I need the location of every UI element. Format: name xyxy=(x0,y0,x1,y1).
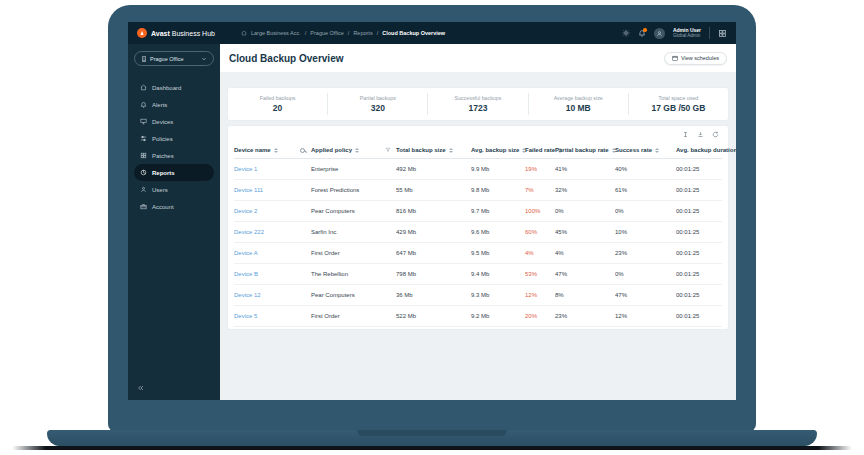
monitor-icon xyxy=(140,118,147,125)
sidebar-item-label: Users xyxy=(152,187,168,193)
view-schedules-button[interactable]: View schedules xyxy=(664,52,727,65)
sidebar-item-devices[interactable]: Devices xyxy=(134,113,214,130)
search-icon[interactable] xyxy=(300,148,311,153)
failed-rate-cell: 100% xyxy=(525,208,555,214)
breadcrumb-item[interactable]: Prague Office xyxy=(310,30,344,36)
table-row: Device 12 Pear Computers 36 Mb 9.3 Mb 12… xyxy=(234,285,722,306)
briefcase-icon xyxy=(140,203,147,210)
column-header-avg-backup-size[interactable]: Avg. backup size xyxy=(471,147,525,153)
apps-grid-icon[interactable] xyxy=(718,29,727,38)
stat-label: Successful backups xyxy=(428,95,527,101)
column-header-partial-backup-rate[interactable]: Partial backup rate xyxy=(555,147,615,153)
stat-failed-backups: Failed backups 20 xyxy=(228,93,327,116)
laptop-shadow xyxy=(12,446,852,450)
applied-policy-cell: Enterprise xyxy=(311,166,396,172)
column-header-total-backup-size[interactable]: Total backup size xyxy=(396,147,471,153)
sidebar-item-dashboard[interactable]: Dashboard xyxy=(134,79,214,96)
partial-backup-rate-cell: 23% xyxy=(555,313,615,319)
laptop-base-notch xyxy=(357,430,507,436)
partial-backup-rate-cell: 45% xyxy=(555,229,615,235)
main-content: Cloud Backup Overview View schedules Fai… xyxy=(220,44,736,400)
sidebar-item-users[interactable]: Users xyxy=(134,181,214,198)
total-backup-size-cell: 647 Mb xyxy=(396,250,471,256)
device-name-link[interactable]: Device 222 xyxy=(234,229,311,235)
avg-backup-duration-cell: 00:01:25 xyxy=(676,208,722,214)
success-rate-cell: 0% xyxy=(615,271,676,277)
device-name-link[interactable]: Device 111 xyxy=(234,187,311,193)
stat-value: 320 xyxy=(328,103,427,113)
download-icon[interactable] xyxy=(697,131,704,138)
failed-rate-cell: 20% xyxy=(525,313,555,319)
calendar-icon xyxy=(672,55,678,61)
partial-backup-rate-cell: 47% xyxy=(555,271,615,277)
partial-backup-rate-cell: 8% xyxy=(555,292,615,298)
table-density-icon[interactable] xyxy=(682,131,689,138)
person-icon xyxy=(140,186,147,193)
sidebar-item-alerts[interactable]: Alerts xyxy=(134,96,214,113)
success-rate-cell: 61% xyxy=(615,187,676,193)
column-header-applied-policy[interactable]: Applied policy xyxy=(311,147,385,153)
applied-policy-cell: First Order xyxy=(311,313,396,319)
patches-grid-icon xyxy=(140,152,147,159)
org-selector[interactable]: Prague Office xyxy=(134,51,214,66)
breadcrumb-item[interactable]: Large Business Acc. xyxy=(251,30,301,36)
stat-successful-backups: Successful backups 1723 xyxy=(427,93,527,116)
sliders-icon xyxy=(140,135,147,142)
refresh-icon[interactable] xyxy=(712,131,719,138)
avg-backup-duration-cell: 00:01:25 xyxy=(676,166,722,172)
avg-backup-size-cell: 9.8 Mb xyxy=(471,187,525,193)
sort-icon[interactable] xyxy=(655,148,659,153)
page-title: Cloud Backup Overview xyxy=(229,53,343,64)
gear-icon[interactable] xyxy=(622,29,630,37)
topbar-right: Admin User Global Admin xyxy=(622,27,727,39)
failed-rate-cell: 7% xyxy=(525,187,555,193)
home-breadcrumb-icon[interactable] xyxy=(241,30,247,36)
device-name-link[interactable]: Device 1 xyxy=(234,166,311,172)
breadcrumb-item[interactable]: Reports xyxy=(353,30,372,36)
device-name-link[interactable]: Device A xyxy=(234,250,311,256)
column-header-success-rate[interactable]: Success rate xyxy=(615,147,676,153)
sidebar-item-reports[interactable]: Reports xyxy=(134,164,214,181)
total-backup-size-cell: 522 Mb xyxy=(396,313,471,319)
device-name-link[interactable]: Device B xyxy=(234,271,311,277)
total-backup-size-cell: 492 Mb xyxy=(396,166,471,172)
stat-value: 1723 xyxy=(428,103,527,113)
notifications-bell-icon[interactable] xyxy=(638,29,646,37)
collapse-chevrons-icon[interactable] xyxy=(137,384,145,392)
user-block[interactable]: Admin User Global Admin xyxy=(673,27,701,39)
table-row: Device 222 Sarfin Inc. 429 Mb 9.6 Mb 60%… xyxy=(234,222,722,243)
sidebar-item-account[interactable]: Account xyxy=(134,198,214,215)
avg-backup-duration-cell: 00:01:25 xyxy=(676,250,722,256)
applied-policy-cell: Pear Computers xyxy=(311,208,396,214)
table-row: Device 5 First Order 522 Mb 9.2 Mb 20% 2… xyxy=(234,306,722,327)
stat-label: Total space used xyxy=(629,95,728,101)
column-header-avg-backup-duration[interactable]: Avg. backup duration xyxy=(676,147,736,153)
success-rate-cell: 12% xyxy=(615,313,676,319)
device-name-link[interactable]: Device 2 xyxy=(234,208,311,214)
table-header-row: Device name Applied policy Total backup … xyxy=(234,142,722,159)
sort-icon[interactable] xyxy=(274,148,278,153)
funnel-icon[interactable] xyxy=(385,147,396,153)
avatar[interactable] xyxy=(654,28,665,39)
sort-icon[interactable] xyxy=(449,148,453,153)
device-name-link[interactable]: Device 12 xyxy=(234,292,311,298)
avast-logo-icon xyxy=(137,28,147,38)
chevron-down-icon xyxy=(201,56,207,62)
avg-backup-duration-cell: 00:01:25 xyxy=(676,229,722,235)
column-header-device-name[interactable]: Device name xyxy=(234,147,300,153)
avg-backup-size-cell: 9.9 Mb xyxy=(471,166,525,172)
view-schedules-label: View schedules xyxy=(681,55,719,61)
breadcrumb: Large Business Acc. / Prague Office / Re… xyxy=(241,30,445,36)
sidebar-item-label: Reports xyxy=(152,170,175,176)
column-header-failed-rate[interactable]: Failed rate xyxy=(525,147,555,153)
brand-logo[interactable]: Avast Business Hub xyxy=(137,28,215,38)
sidebar-item-patches[interactable]: Patches xyxy=(134,147,214,164)
applied-policy-cell: Pear Computers xyxy=(311,292,396,298)
table-row: Device 1 Enterprise 492 Mb 9.9 Mb 19% 41… xyxy=(234,159,722,180)
sort-icon[interactable] xyxy=(355,148,359,153)
sidebar-item-policies[interactable]: Policies xyxy=(134,130,214,147)
device-name-link[interactable]: Device 5 xyxy=(234,313,311,319)
avg-backup-size-cell: 9.5 Mb xyxy=(471,250,525,256)
table-body: Device 1 Enterprise 492 Mb 9.9 Mb 19% 41… xyxy=(234,159,722,327)
stat-label: Average backup size xyxy=(529,95,628,101)
